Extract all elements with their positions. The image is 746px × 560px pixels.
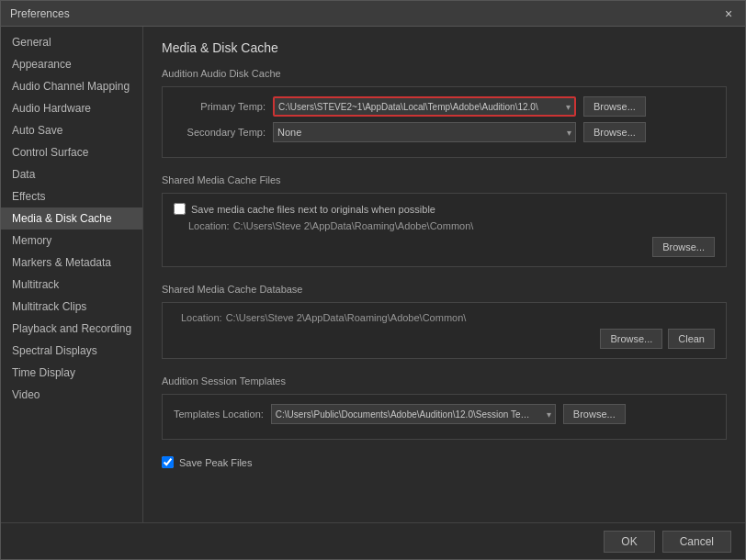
save-media-cache-row: Save media cache files next to originals…	[174, 203, 715, 215]
templates-location-arrow-icon: ▾	[547, 409, 551, 420]
shared-media-cache-database-title: Shared Media Cache Database	[162, 284, 727, 295]
primary-temp-row: Primary Temp: C:\Users\STEVE2~1\AppData\…	[174, 96, 715, 117]
title-bar: Preferences ×	[1, 1, 745, 27]
audition-audio-disk-cache-title: Audition Audio Disk Cache	[162, 68, 727, 79]
db-browse-button[interactable]: Browse...	[600, 329, 662, 349]
templates-browse-button[interactable]: Browse...	[563, 404, 626, 424]
secondary-temp-dropdown[interactable]: None ▾	[273, 122, 576, 142]
db-browse-clean-row: Browse... Clean	[174, 329, 715, 349]
secondary-temp-browse-button[interactable]: Browse...	[583, 122, 646, 142]
shared-cache-location-label: Location:	[188, 220, 230, 231]
sidebar-item-spectral-displays[interactable]: Spectral Displays	[1, 340, 142, 362]
sidebar-item-time-display[interactable]: Time Display	[1, 362, 142, 384]
ok-button[interactable]: OK	[604, 531, 654, 553]
primary-temp-value: C:\Users\STEVE2~1\AppData\Local\Temp\Ado…	[278, 102, 538, 112]
page-title: Media & Disk Cache	[162, 40, 727, 55]
sidebar-item-effects[interactable]: Effects	[1, 185, 142, 207]
window-body: GeneralAppearanceAudio Channel MappingAu…	[1, 27, 745, 522]
sidebar-item-playback-recording[interactable]: Playback and Recording	[1, 318, 142, 340]
sidebar-item-memory[interactable]: Memory	[1, 230, 142, 252]
sidebar-item-multitrack[interactable]: Multitrack	[1, 274, 142, 296]
cancel-button[interactable]: Cancel	[662, 531, 731, 553]
secondary-temp-arrow-icon: ▾	[567, 128, 571, 138]
shared-media-cache-files-title: Shared Media Cache Files	[162, 174, 727, 185]
audition-session-templates-title: Audition Session Templates	[162, 375, 727, 386]
templates-location-label: Templates Location:	[174, 409, 264, 420]
secondary-temp-label: Secondary Temp:	[174, 127, 266, 138]
primary-temp-label: Primary Temp:	[174, 101, 266, 112]
shared-cache-location-value: C:\Users\Steve 2\AppData\Roaming\Adobe\C…	[233, 220, 474, 231]
sidebar-item-appearance[interactable]: Appearance	[1, 53, 142, 75]
templates-location-row: Templates Location: C:\Users\Public\Docu…	[174, 404, 715, 424]
sidebar-item-general[interactable]: General	[1, 31, 142, 53]
templates-location-dropdown[interactable]: C:\Users\Public\Documents\Adobe\Audition…	[271, 404, 556, 424]
shared-media-cache-files-box: Save media cache files next to originals…	[162, 193, 727, 267]
secondary-temp-row: Secondary Temp: None ▾ Browse...	[174, 122, 715, 142]
save-media-cache-label: Save media cache files next to originals…	[191, 204, 435, 215]
shared-media-cache-database-box: Location: C:\Users\Steve 2\AppData\Roami…	[162, 302, 727, 359]
main-content: Media & Disk Cache Audition Audio Disk C…	[143, 27, 745, 522]
primary-temp-browse-button[interactable]: Browse...	[583, 96, 646, 117]
save-peak-files-checkbox[interactable]	[162, 456, 174, 468]
db-location-label: Location:	[181, 312, 222, 323]
shared-media-cache-files-section: Shared Media Cache Files Save media cach…	[162, 174, 727, 267]
templates-location-value: C:\Users\Public\Documents\Adobe\Audition…	[276, 409, 533, 420]
sidebar-item-control-surface[interactable]: Control Surface	[1, 141, 142, 163]
sidebar-item-audio-hardware[interactable]: Audio Hardware	[1, 97, 142, 119]
save-media-cache-checkbox[interactable]	[174, 203, 186, 215]
sidebar-item-video[interactable]: Video	[1, 384, 142, 406]
save-peak-files-label: Save Peak Files	[179, 457, 252, 468]
audition-audio-disk-cache-box: Primary Temp: C:\Users\STEVE2~1\AppData\…	[162, 86, 727, 158]
sidebar-item-audio-channel-mapping[interactable]: Audio Channel Mapping	[1, 75, 142, 97]
sidebar-item-multitrack-clips[interactable]: Multitrack Clips	[1, 296, 142, 318]
close-icon[interactable]: ×	[721, 6, 736, 21]
secondary-temp-value: None	[277, 127, 301, 138]
db-location-row: Location: C:\Users\Steve 2\AppData\Roami…	[174, 312, 715, 323]
save-peak-files-section: Save Peak Files	[162, 456, 727, 468]
primary-temp-arrow-icon: ▾	[566, 102, 571, 112]
audition-session-templates-box: Templates Location: C:\Users\Public\Docu…	[162, 394, 727, 440]
db-clean-button[interactable]: Clean	[668, 329, 715, 349]
footer: OK Cancel	[1, 522, 745, 559]
shared-cache-location-row: Location: C:\Users\Steve 2\AppData\Roami…	[181, 220, 715, 231]
preferences-window: Preferences × GeneralAppearanceAudio Cha…	[0, 0, 746, 560]
save-peak-files-row: Save Peak Files	[162, 456, 727, 468]
sidebar-item-markers-metadata[interactable]: Markers & Metadata	[1, 252, 142, 274]
sidebar: GeneralAppearanceAudio Channel MappingAu…	[1, 27, 143, 522]
sidebar-item-media-disk-cache[interactable]: Media & Disk Cache	[1, 207, 142, 230]
shared-cache-browse-button[interactable]: Browse...	[652, 237, 715, 257]
audition-audio-disk-cache-section: Audition Audio Disk Cache Primary Temp: …	[162, 68, 727, 158]
audition-session-templates-section: Audition Session Templates Templates Loc…	[162, 375, 727, 440]
sidebar-item-data[interactable]: Data	[1, 163, 142, 185]
shared-cache-browse-row: Browse...	[174, 237, 715, 257]
shared-media-cache-database-section: Shared Media Cache Database Location: C:…	[162, 284, 727, 359]
db-location-value: C:\Users\Steve 2\AppData\Roaming\Adobe\C…	[226, 312, 467, 323]
primary-temp-dropdown[interactable]: C:\Users\STEVE2~1\AppData\Local\Temp\Ado…	[273, 96, 576, 117]
sidebar-item-auto-save[interactable]: Auto Save	[1, 119, 142, 141]
window-title: Preferences	[10, 7, 70, 20]
